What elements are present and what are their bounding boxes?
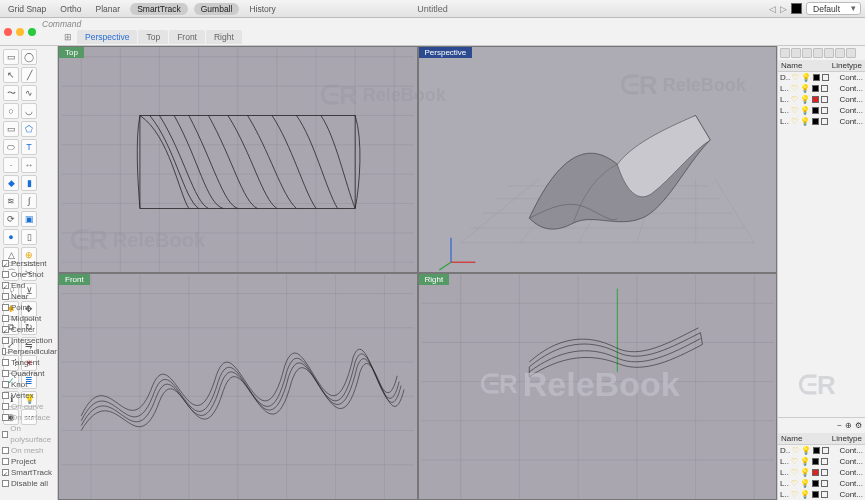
view-tabs: ⊞ Perspective Top Front Right — [60, 30, 242, 44]
panel-tab-icon[interactable] — [780, 48, 790, 58]
panel-tab-icon[interactable] — [824, 48, 834, 58]
osnap-knot[interactable]: Knot — [2, 379, 57, 390]
viewport-label-perspective[interactable]: Perspective — [419, 47, 473, 58]
osnap-on-polysurface[interactable]: On polysurface — [2, 423, 57, 445]
layer-color-swatch[interactable] — [791, 3, 802, 14]
tool-line[interactable]: ╱ — [21, 67, 37, 83]
osnap-midpoint[interactable]: Midpoint — [2, 313, 57, 324]
tool-point[interactable]: · — [3, 157, 19, 173]
minus-icon[interactable]: − — [837, 421, 842, 430]
viewport-front[interactable]: Front — [59, 274, 417, 499]
tool-surface[interactable]: ◆ — [3, 175, 19, 191]
tool-extrude[interactable]: ▮ — [21, 175, 37, 191]
tab-icon[interactable]: ⊞ — [60, 30, 76, 44]
layer-row[interactable]: L..♡💡Cont... — [778, 456, 865, 467]
viewport-grid: Top Perspective — [58, 46, 777, 500]
osnap-smarttrack[interactable]: SmartTrack — [2, 467, 57, 478]
tool-cylinder[interactable]: ▯ — [21, 229, 37, 245]
tool-arc[interactable]: ◡ — [21, 103, 37, 119]
top-snap-bar: Grid Snap Ortho Planar SmartTrack Gumbal… — [0, 0, 865, 18]
viewport-label-front[interactable]: Front — [59, 274, 90, 285]
toggle-planar[interactable]: Planar — [92, 3, 125, 15]
window-controls[interactable] — [4, 28, 36, 36]
tool-ellipse[interactable]: ⬭ — [3, 139, 19, 155]
osnap-intersection[interactable]: Intersection — [2, 335, 57, 346]
osnap-end[interactable]: End — [2, 280, 57, 291]
viewport-top[interactable]: Top — [59, 47, 417, 272]
tool-sphere[interactable]: ● — [3, 229, 19, 245]
tab-front[interactable]: Front — [169, 30, 205, 44]
panel-tab-icon[interactable] — [791, 48, 801, 58]
tool-select[interactable]: ▭ — [3, 49, 19, 65]
tool-pointer[interactable]: ↖ — [3, 67, 19, 83]
layer-row[interactable]: L..♡💡Cont... — [778, 105, 865, 116]
viewport-right[interactable]: Right — [419, 274, 777, 499]
layer-row[interactable]: L..♡💡Cont... — [778, 467, 865, 478]
tab-perspective[interactable]: Perspective — [77, 30, 137, 44]
layer-row[interactable]: L..♡💡Cont... — [778, 116, 865, 127]
layer-dropdown[interactable]: Default — [806, 2, 861, 15]
tool-text[interactable]: T — [21, 139, 37, 155]
viewport-perspective-canvas — [419, 47, 777, 272]
layer-row[interactable]: D..♡💡Cont... — [778, 445, 865, 456]
right-panel: NameLinetype D..♡💡Cont...L..♡💡Cont...L..… — [777, 46, 865, 500]
command-prompt[interactable]: Command — [42, 19, 242, 29]
osnap-disable-all[interactable]: Disable all — [2, 478, 57, 489]
osnap-point[interactable]: Point — [2, 302, 57, 313]
panel-tab-icon[interactable] — [802, 48, 812, 58]
layer-row[interactable]: L..♡💡Cont... — [778, 83, 865, 94]
viewport-label-right[interactable]: Right — [419, 274, 450, 285]
tool-loft[interactable]: ≋ — [3, 193, 19, 209]
osnap-vertex[interactable]: Vertex — [2, 390, 57, 401]
svg-rect-0 — [140, 115, 355, 208]
panel-tab-icon[interactable] — [813, 48, 823, 58]
panel-tab-icon[interactable] — [846, 48, 856, 58]
viewport-label-top[interactable]: Top — [59, 47, 84, 58]
osnap-on-mesh[interactable]: On mesh — [2, 445, 57, 456]
osnap-perpendicular[interactable]: Perpendicular — [2, 346, 57, 357]
nav-next-icon[interactable]: ▷ — [780, 4, 787, 14]
tab-right[interactable]: Right — [206, 30, 242, 44]
panel-tabs — [778, 46, 865, 60]
toggle-history[interactable]: History — [245, 3, 279, 15]
layers2-header: NameLinetype — [778, 433, 865, 445]
tool-circle[interactable]: ○ — [3, 103, 19, 119]
osnap-on-surface[interactable]: On surface — [2, 412, 57, 423]
toggle-smarttrack[interactable]: SmartTrack — [130, 3, 188, 15]
tab-top[interactable]: Top — [138, 30, 168, 44]
layer-row[interactable]: L..♡💡Cont... — [778, 94, 865, 105]
osnap-panel: PersistentOne shotEndNearPointMidpointCe… — [2, 258, 57, 489]
toggle-gridsnap[interactable]: Grid Snap — [4, 3, 50, 15]
tool-polyline[interactable]: 〜 — [3, 85, 19, 101]
command-strip: Command ⊞ Perspective Top Front Right — [0, 18, 865, 46]
gear-icon[interactable]: ⚙ — [855, 421, 862, 430]
toggle-gumball[interactable]: Gumball — [194, 3, 240, 15]
viewport-right-canvas — [419, 274, 777, 499]
osnap-on-curve[interactable]: On curve — [2, 401, 57, 412]
osnap-tangent[interactable]: Tangent — [2, 357, 57, 368]
osnap-persistent[interactable]: Persistent — [2, 258, 57, 269]
plus-icon[interactable]: ⊕ — [845, 421, 852, 430]
layer-row[interactable]: L..♡💡Cont... — [778, 478, 865, 489]
panel-tab-icon[interactable] — [835, 48, 845, 58]
nav-prev-icon[interactable]: ◁ — [769, 4, 776, 14]
viewport-top-canvas — [59, 47, 417, 272]
tool-sweep[interactable]: ∫ — [21, 193, 37, 209]
osnap-near[interactable]: Near — [2, 291, 57, 302]
tool-rect[interactable]: ▭ — [3, 121, 19, 137]
viewport-front-canvas — [59, 274, 417, 499]
osnap-quadrant[interactable]: Quadrant — [2, 368, 57, 379]
osnap-center[interactable]: Center — [2, 324, 57, 335]
tool-curve[interactable]: ∿ — [21, 85, 37, 101]
layer-row[interactable]: L..♡💡Cont... — [778, 489, 865, 500]
tool-box[interactable]: ▣ — [21, 211, 37, 227]
layer-row[interactable]: D..♡💡Cont... — [778, 72, 865, 83]
osnap-one-shot[interactable]: One shot — [2, 269, 57, 280]
viewport-perspective[interactable]: Perspective — [419, 47, 777, 272]
toggle-ortho[interactable]: Ortho — [56, 3, 85, 15]
tool-lasso[interactable]: ◯ — [21, 49, 37, 65]
osnap-project[interactable]: Project — [2, 456, 57, 467]
tool-revolve[interactable]: ⟳ — [3, 211, 19, 227]
tool-polygon[interactable]: ⬠ — [21, 121, 37, 137]
tool-dim[interactable]: ↔ — [21, 157, 37, 173]
